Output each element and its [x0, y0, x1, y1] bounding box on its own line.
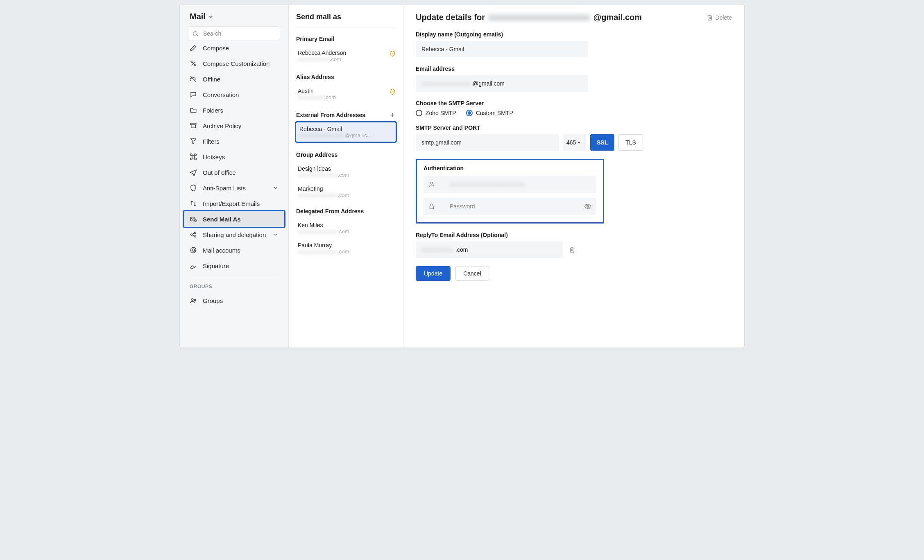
svg-point-17	[194, 299, 196, 301]
email-address-label: Email address	[416, 65, 732, 72]
entry-name: Austin	[298, 88, 394, 94]
nav-item-signature[interactable]: Signature	[184, 258, 284, 273]
replyto-label: ReplyTo Email Address (Optional)	[416, 232, 732, 238]
chevron-down-icon	[208, 14, 214, 20]
middle-panel: Send mail as Primary Email Rebecca Ander…	[289, 5, 403, 348]
entry-email: xxxxxxxxxxxxxxx.com	[298, 192, 394, 198]
nav-item-filters[interactable]: Filters	[184, 133, 284, 149]
primary-email-entry[interactable]: Rebecca Anderson xxxxxxxxxxxx.com	[296, 46, 396, 66]
funnel-icon	[190, 138, 197, 145]
entry-email: xxxxxxxxxxxxxxx.com	[298, 228, 394, 235]
email-address-input[interactable]: xxxxxxxxxxxxxxxxx@gmail.com	[416, 75, 588, 92]
svg-point-20	[430, 182, 433, 184]
trash-icon[interactable]	[569, 246, 575, 253]
cloud-off-icon	[190, 75, 197, 83]
detail-pane: Update details for xxxxxxxxxxxxxxxxxxxxx…	[403, 5, 744, 348]
app-title-dropdown[interactable]: Mail	[190, 12, 279, 21]
nav-item-anti-spam-lists[interactable]: Anti-Spam Lists	[184, 180, 284, 196]
chevron-down-icon	[273, 185, 279, 191]
folder-icon	[190, 106, 197, 114]
nav-item-label: Folders	[203, 107, 223, 114]
nav-item-folders[interactable]: Folders	[184, 102, 284, 118]
list-entry[interactable]: Ken Milesxxxxxxxxxxxxxxx.com	[296, 219, 396, 239]
nav-item-label: Filters	[203, 138, 220, 145]
search-wrap	[180, 26, 288, 45]
nav-item-hotkeys[interactable]: Hotkeys	[184, 149, 284, 165]
list-entry[interactable]: Paula Murrayxxxxxxxxxxxxxxx.com	[296, 239, 396, 259]
nav-item-mail-accounts[interactable]: Mail accounts	[184, 242, 284, 258]
display-name-input[interactable]	[416, 41, 588, 57]
authentication-box: Authentication xxxxxxxxxxxxxxxxxxxxxxxxx…	[416, 159, 604, 224]
nav-item-compose[interactable]: Compose	[184, 45, 284, 56]
list-entry[interactable]: Design ideasxxxxxxxxxxxxxxx.com	[296, 162, 396, 182]
ssl-button[interactable]: SSL	[590, 134, 614, 151]
divider	[296, 27, 396, 27]
entry-email: xxxxxxxxxxxxxxx.com	[298, 172, 394, 178]
sendas-icon	[190, 215, 197, 223]
smtp-port-select[interactable]: 465	[563, 134, 586, 151]
at-icon	[190, 246, 197, 254]
zoho-smtp-radio[interactable]: Zoho SMTP	[416, 110, 456, 116]
tls-button[interactable]: TLS	[618, 134, 643, 151]
nav-item-offline[interactable]: Offline	[184, 71, 284, 87]
verified-shield-icon	[389, 88, 396, 95]
entry-email: xxxxxxxxxxxx.com	[298, 56, 394, 62]
nav-item-archive-policy[interactable]: Archive Policy	[184, 118, 284, 133]
compose-icon	[190, 45, 197, 52]
delete-button[interactable]: Delete	[707, 14, 732, 21]
nav-item-groups[interactable]: Groups	[184, 293, 284, 308]
nav-item-label: Groups	[203, 297, 223, 304]
group-address-label: Group Address	[296, 151, 396, 158]
entry-name: Rebecca - Gmail	[299, 126, 392, 132]
add-external-icon[interactable]	[389, 112, 396, 118]
nav-item-conversation[interactable]: Conversation	[184, 87, 284, 102]
chevron-down-icon	[273, 232, 279, 237]
smtp-server-input[interactable]	[416, 134, 559, 151]
search-icon	[192, 30, 199, 37]
svg-rect-5	[190, 123, 196, 125]
svg-line-1	[197, 35, 198, 36]
chevron-down-icon	[577, 140, 582, 145]
user-icon	[428, 181, 435, 187]
sidebar-header: Mail	[180, 12, 288, 26]
nav-groups-heading: GROUPS	[184, 280, 284, 293]
svg-point-16	[192, 299, 194, 301]
lock-icon	[428, 203, 435, 210]
replyto-input[interactable]: xxxxxxxxxxx.com	[416, 242, 563, 258]
nav-item-sharing-and-delegation[interactable]: Sharing and delegation	[184, 227, 284, 242]
auth-username-input[interactable]: xxxxxxxxxxxxxxxxxxxxxxxxxx	[424, 176, 596, 193]
entry-name: Ken Miles	[298, 222, 394, 228]
nav-item-label: Compose	[203, 45, 229, 52]
smtp-server-label: SMTP Server and PORT	[416, 124, 732, 131]
tools-icon	[190, 60, 197, 67]
radio-icon	[466, 110, 473, 116]
shield-icon	[190, 184, 197, 192]
list-entry[interactable]: Marketingxxxxxxxxxxxxxxx.com	[296, 182, 396, 202]
nav-item-label: Compose Customization	[203, 60, 270, 67]
delete-label: Delete	[716, 14, 732, 21]
entry-email: xxxxxxxxxxxxxxx.com	[298, 248, 394, 255]
external-entry[interactable]: Rebecca - Gmail xxxxxxxxxxxxxxxxx@gmail.…	[296, 122, 396, 142]
nav-item-compose-customization[interactable]: Compose Customization	[184, 56, 284, 71]
nav-item-out-of-office[interactable]: Out of office	[184, 165, 284, 180]
nav-item-label: Signature	[203, 262, 229, 269]
alias-entry[interactable]: Austin xxxxxxxxxx.com	[296, 84, 396, 104]
nav-item-label: Conversation	[203, 91, 239, 98]
custom-smtp-radio[interactable]: Custom SMTP	[466, 110, 513, 116]
nav-item-label: Archive Policy	[203, 122, 241, 129]
entry-email: xxxxxxxxxx.com	[298, 94, 394, 100]
entry-email: xxxxxxxxxxxxxxxxx@gmail.c...	[299, 132, 392, 138]
external-from-label: External From Addresses	[296, 112, 396, 118]
update-button[interactable]: Update	[416, 266, 451, 281]
auth-label: Authentication	[424, 165, 596, 172]
search-input[interactable]	[188, 26, 280, 41]
detail-header: Update details for xxxxxxxxxxxxxxxxxxxxx…	[416, 13, 732, 22]
verified-shield-icon	[389, 50, 396, 57]
primary-email-label: Primary Email	[296, 36, 396, 42]
eye-off-icon[interactable]	[584, 203, 591, 210]
trash-icon	[707, 14, 713, 21]
nav-item-import-export-emails[interactable]: Import/Export Emails	[184, 196, 284, 211]
nav-item-send-mail-as[interactable]: Send Mail As	[184, 211, 284, 227]
cancel-button[interactable]: Cancel	[455, 266, 489, 281]
auth-password-input[interactable]: Password	[424, 198, 596, 215]
